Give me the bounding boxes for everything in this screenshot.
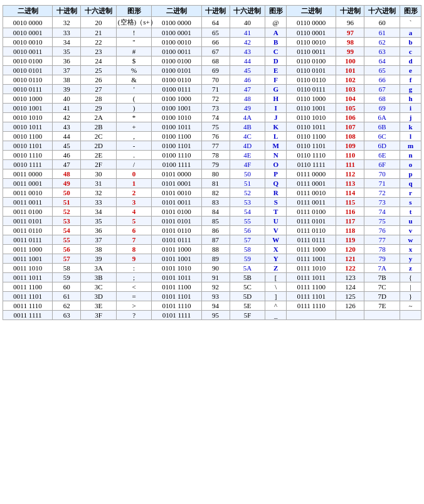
column-header: 十六进制: [230, 6, 265, 17]
column-header: 二进制: [3, 6, 53, 17]
table-row: 0011 0101533550101 01018555U0111 0101117…: [3, 217, 421, 226]
column-header: 图形: [116, 6, 152, 17]
table-row: 0011 0000483000101 00008050P0111 0000112…: [3, 169, 421, 179]
table-row: 0010 1110462E.0100 1110784EN0110 1110110…: [3, 151, 421, 160]
column-header: 十进制: [201, 6, 230, 17]
table-row: 0011 1010583A:0101 1010905AZ0111 1010122…: [3, 264, 421, 273]
ascii-table: 二进制十进制十六进制图形二进制十进制十六进制图形二进制十进制十六进制图形 001…: [3, 5, 421, 320]
table-row: 0011 1110623E>0101 1110945E^0111 1110126…: [3, 301, 421, 311]
table-row: 0011 0010503220101 00108252R0111 0010114…: [3, 188, 421, 198]
table-row: 0011 1101613D=0101 1101935D]0111 1101125…: [3, 292, 421, 301]
table-row: 0010 1010422A*0100 1010744AJ0110 1010106…: [3, 113, 421, 122]
column-header: 十六进制: [81, 6, 117, 17]
table-row: 0010 01113927'0100 01117147G0110 0111103…: [3, 85, 421, 94]
table-row: 0011 0111553770101 01118757W0111 0111119…: [3, 235, 421, 245]
table-row: 0010 00003220(空格)（s+）0100 00006440@0110 …: [3, 17, 421, 28]
column-header: 十进制: [336, 6, 364, 17]
table-row: 0010 10014129)0100 10017349I0110 1001105…: [3, 104, 421, 113]
table-row: 0010 1111472F/0100 1111794FO0110 1111111…: [3, 160, 421, 169]
column-header: 图形: [400, 6, 421, 17]
table-row: 0010 00103422"0100 00106642B0110 0010986…: [3, 38, 421, 47]
table-row: 0010 1100442C,0100 1100764CL0110 1100108…: [3, 132, 421, 141]
table-row: 0011 0001493110101 00018151Q0111 0001113…: [3, 179, 421, 188]
table-row: 0011 0011513330101 00118353S0111 0011115…: [3, 198, 421, 207]
table-row: 0010 01003624$0100 01006844D0110 0100100…: [3, 56, 421, 66]
table-row: 0010 1011432B+0100 1011754BK0110 1011107…: [3, 122, 421, 132]
table-row: 0010 00113523#0100 00116743C0110 0011996…: [3, 47, 421, 56]
table-row: 0010 10004028(0100 10007248H0110 1000104…: [3, 94, 421, 104]
table-row: 0011 1001573990101 10018959Y0111 1001121…: [3, 254, 421, 264]
column-header: 十六进制: [364, 6, 400, 17]
column-header: 二进制: [152, 6, 201, 17]
table-row: 0011 0100523440101 01008454T0111 0100116…: [3, 207, 421, 217]
table-row: 0011 1011593B;0101 1011915B[0111 1011123…: [3, 273, 421, 282]
table-row: 0011 1100603C<0101 1100925C\0111 1100124…: [3, 282, 421, 292]
table-row: 0011 1111633F?0101 1111955F_: [3, 311, 421, 320]
column-header: 十进制: [53, 6, 81, 17]
table-row: 0010 00013321!0100 00016541A0110 0001976…: [3, 28, 421, 38]
column-header: 二进制: [287, 6, 336, 17]
table-row: 0011 1000563880101 10008858X0111 1000120…: [3, 245, 421, 254]
table-row: 0010 01103826&0100 01107046F0110 0110102…: [3, 75, 421, 85]
table-row: 0010 1101452D-0100 1101774DM0110 1101109…: [3, 141, 421, 151]
table-row: 0010 01013725%0100 01016945E0110 0101101…: [3, 66, 421, 75]
column-header: 图形: [265, 6, 287, 17]
table-row: 0011 0110543660101 01108656V0111 0110118…: [3, 226, 421, 235]
